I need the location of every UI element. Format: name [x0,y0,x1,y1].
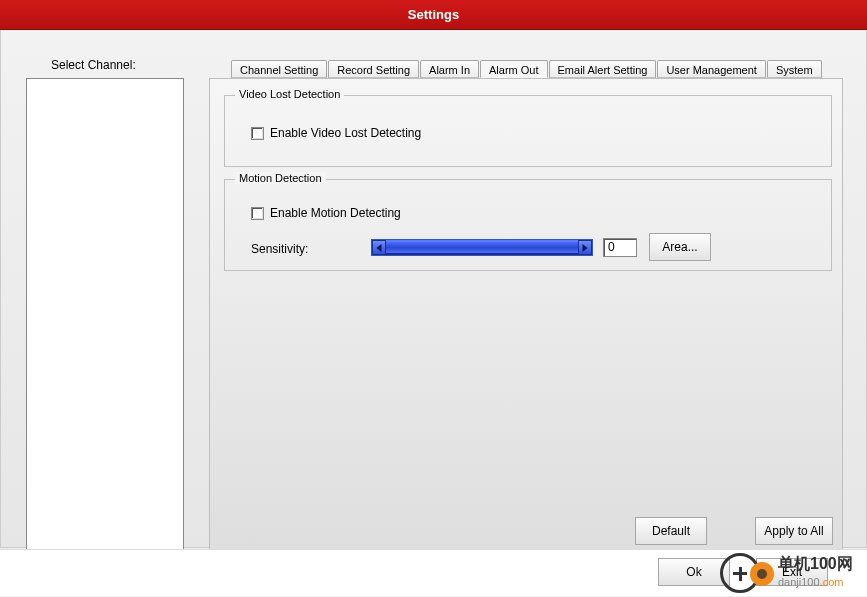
window-title: Settings [408,7,459,22]
title-bar: Settings [0,0,867,30]
ok-button[interactable]: Ok [658,558,730,586]
tab-record-setting[interactable]: Record Setting [328,60,419,78]
tab-panel: Video Lost Detection Enable Video Lost D… [209,78,843,556]
sensitivity-value-input[interactable]: 0 [603,238,637,257]
tab-email-alert[interactable]: Email Alert Setting [549,60,657,78]
tab-alarm-out[interactable]: Alarm Out [480,60,548,78]
select-channel-label: Select Channel: [51,58,136,72]
enable-video-lost-row[interactable]: Enable Video Lost Detecting [251,126,421,140]
slider-track[interactable] [386,240,578,255]
enable-motion-row[interactable]: Enable Motion Detecting [251,206,401,220]
slider-increase-button[interactable] [578,240,592,255]
enable-video-lost-label: Enable Video Lost Detecting [270,126,421,140]
chevron-left-icon [377,244,382,252]
tab-channel-setting[interactable]: Channel Setting [231,60,327,78]
tab-strip: Channel Setting Record Setting Alarm In … [231,60,823,80]
tab-user-management[interactable]: User Management [657,60,766,78]
tab-alarm-in[interactable]: Alarm In [420,60,479,78]
default-button[interactable]: Default [635,517,707,545]
enable-motion-label: Enable Motion Detecting [270,206,401,220]
video-lost-group: Video Lost Detection Enable Video Lost D… [224,95,832,167]
sensitivity-label: Sensitivity: [251,242,308,256]
enable-video-lost-checkbox[interactable] [251,127,264,140]
sensitivity-slider[interactable] [371,239,593,256]
footer-bar: Ok Exit 单机100网 danji100.com [0,549,867,596]
content-area: Select Channel: Channel Setting Record S… [0,30,867,548]
chevron-right-icon [583,244,588,252]
apply-to-all-button[interactable]: Apply to All [755,517,833,545]
slider-decrease-button[interactable] [372,240,386,255]
enable-motion-checkbox[interactable] [251,207,264,220]
video-lost-legend: Video Lost Detection [235,88,344,100]
exit-button[interactable]: Exit [756,558,828,586]
motion-detection-group: Motion Detection Enable Motion Detecting… [224,179,832,271]
tab-system[interactable]: System [767,60,822,78]
motion-detection-legend: Motion Detection [235,172,326,184]
channel-listbox[interactable] [26,78,184,556]
area-button[interactable]: Area... [649,233,711,261]
